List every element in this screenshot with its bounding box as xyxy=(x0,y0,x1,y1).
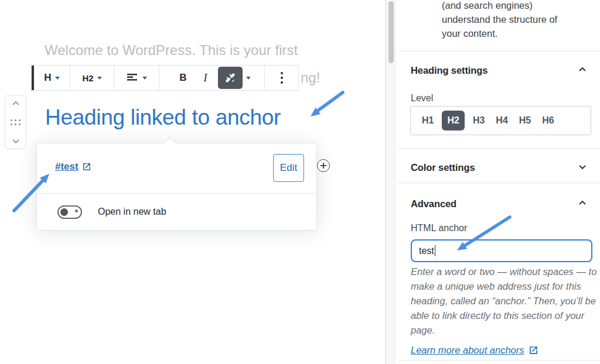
heading-level-selector: H1 H2 H3 H4 H5 H6 xyxy=(410,106,591,135)
scrollbar-thumb[interactable] xyxy=(388,1,394,63)
panel-divider xyxy=(398,360,600,360)
panel-divider xyxy=(398,148,600,149)
panel-divider xyxy=(398,183,600,183)
alignment-dropdown[interactable] xyxy=(126,72,147,84)
panel-divider xyxy=(398,51,600,51)
more-options-button[interactable] xyxy=(281,72,283,84)
html-anchor-label: HTML anchor xyxy=(411,223,467,233)
anchor-url-link[interactable]: #test xyxy=(55,161,91,173)
advanced-title: Advanced xyxy=(411,198,456,210)
open-in-new-tab-toggle[interactable] xyxy=(57,205,82,219)
level-label: Level xyxy=(411,93,433,104)
anchor-help-text: Enter a word or two — without spaces — t… xyxy=(411,265,599,338)
move-block-down-button[interactable] xyxy=(12,139,20,144)
learn-more-link[interactable]: Learn more about anchors xyxy=(411,345,538,356)
chevron-up-icon xyxy=(577,64,588,77)
level-h6-button[interactable]: H6 xyxy=(539,111,557,131)
plus-icon xyxy=(320,162,327,169)
paragraph-text[interactable]: Welcome to WordPress. This is your first xyxy=(45,42,298,59)
italic-button[interactable]: I xyxy=(197,72,214,84)
align-left-icon xyxy=(126,72,139,84)
chevron-up-icon xyxy=(12,101,20,106)
unlink-button[interactable] xyxy=(218,67,243,89)
chevron-down-icon xyxy=(246,77,251,80)
color-settings-panel-toggle[interactable]: Color settings xyxy=(411,160,600,174)
level-h1-button[interactable]: H1 xyxy=(419,111,437,131)
advanced-panel-toggle[interactable]: Advanced xyxy=(411,197,600,211)
heading-block-type-button[interactable]: H xyxy=(44,72,59,84)
heading-level-dropdown[interactable]: H2 xyxy=(82,73,101,83)
paragraph-text-fragment[interactable]: ng! xyxy=(301,70,320,86)
heading-block-text[interactable]: Heading linked to anchor xyxy=(45,105,281,130)
link-popover-url-row: #test Edit xyxy=(37,143,316,193)
heading-settings-title: Heading settings xyxy=(411,65,488,76)
level-h3-button[interactable]: H3 xyxy=(470,111,488,131)
drag-handle[interactable] xyxy=(11,119,21,126)
block-settings-sidebar: (and search engines) understand the stru… xyxy=(386,0,600,364)
html-anchor-input[interactable]: test xyxy=(411,239,592,262)
link-popover-newtab-row: Open in new tab xyxy=(37,194,316,230)
level-h4-button[interactable]: H4 xyxy=(493,111,510,131)
edit-link-button[interactable]: Edit xyxy=(273,154,304,182)
anchor-url-text: #test xyxy=(55,161,79,173)
level-h5-button[interactable]: H5 xyxy=(516,111,534,131)
chevron-down-icon xyxy=(142,77,147,80)
sidebar-scrollbar[interactable] xyxy=(387,0,396,364)
link-popover: #test Edit Open in new tab xyxy=(36,143,317,231)
chevron-down-icon xyxy=(577,162,588,174)
external-link-icon xyxy=(529,345,538,355)
unlink-icon xyxy=(224,72,236,84)
block-description-text: (and search engines) understand the stru… xyxy=(442,0,578,40)
color-settings-title: Color settings xyxy=(411,162,475,173)
chevron-down-icon xyxy=(12,139,20,144)
learn-more-label: Learn more about anchors xyxy=(411,345,524,356)
add-block-button[interactable] xyxy=(317,159,330,172)
chevron-down-icon xyxy=(97,77,102,80)
html-anchor-value: test xyxy=(419,246,434,256)
block-mover xyxy=(5,95,26,149)
text-cursor xyxy=(435,245,436,256)
heading-level-label: H2 xyxy=(82,73,93,83)
vertical-ellipsis-icon xyxy=(281,72,283,84)
chevron-down-icon xyxy=(55,77,60,80)
block-toolbar: H H2 B I xyxy=(31,65,299,91)
open-in-new-tab-label: Open in new tab xyxy=(98,207,166,217)
wordpress-block-editor: Welcome to WordPress. This is your first… xyxy=(0,0,600,364)
toggle-knob xyxy=(60,208,68,216)
toggle-off-indicator xyxy=(75,210,78,212)
external-link-icon xyxy=(82,162,91,171)
bold-button[interactable]: B xyxy=(173,72,193,84)
arrow-to-heading xyxy=(315,92,343,113)
chevron-up-icon xyxy=(577,198,588,210)
move-block-up-button[interactable] xyxy=(12,101,20,106)
link-options-dropdown[interactable] xyxy=(246,77,251,80)
heading-settings-panel-toggle[interactable]: Heading settings xyxy=(411,63,600,77)
level-h2-button[interactable]: H2 xyxy=(442,111,464,131)
heading-block-type-label: H xyxy=(44,72,51,84)
